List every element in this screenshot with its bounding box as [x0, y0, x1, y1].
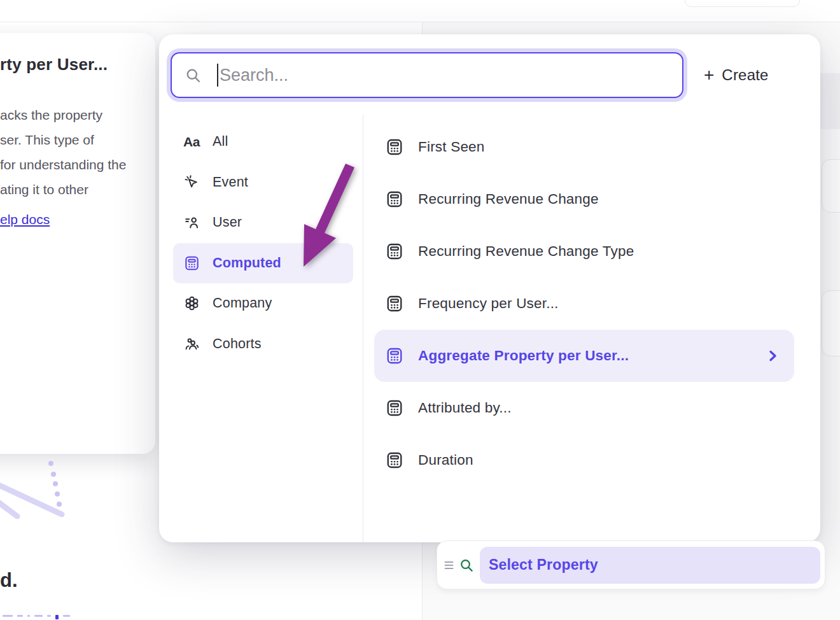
picker-column-divider [363, 115, 363, 542]
category-label: Company [213, 295, 272, 311]
tooltip-line: for understanding the [0, 152, 155, 177]
result-label: Frequency per User... [418, 295, 559, 312]
calculator-icon [386, 451, 403, 469]
calculator-icon [386, 399, 403, 417]
result-item[interactable]: Frequency per User... [374, 278, 794, 330]
search-input[interactable] [220, 53, 682, 97]
company-icon [183, 295, 200, 312]
result-item[interactable]: First Seen [374, 121, 794, 173]
calculator-icon [183, 255, 200, 271]
event-icon [183, 174, 200, 190]
toolbar-button-fragment[interactable] [685, 0, 800, 7]
result-label: Attributed by... [418, 400, 512, 416]
result-item[interactable]: Duration [374, 434, 794, 486]
result-item[interactable]: Recurring Revenue Change Type [374, 225, 794, 278]
result-item[interactable]: Attributed by... [374, 382, 794, 434]
cohorts-icon [183, 335, 200, 352]
property-selector-row: Select Property [437, 540, 825, 589]
select-property-pill[interactable]: Select Property [480, 547, 820, 584]
category-computed[interactable]: Computed [173, 243, 353, 284]
search-field[interactable] [171, 52, 683, 98]
category-company[interactable]: Company [173, 283, 353, 324]
result-label: Duration [418, 452, 473, 469]
background-card-edge [822, 159, 840, 213]
result-label: Recurring Revenue Change [418, 191, 599, 208]
empty-state-heading-fragment: d. [0, 569, 18, 592]
tooltip-line: ser. This type of [0, 127, 155, 152]
category-label: Event [213, 174, 248, 190]
category-label: All [213, 134, 228, 150]
calculator-icon [386, 138, 403, 156]
tooltip-description: acks the property ser. This type of for … [0, 102, 155, 232]
chevron-right-icon [765, 348, 780, 363]
calculator-icon [386, 295, 403, 313]
screen: rty per User... acks the property ser. T… [0, 0, 840, 620]
tooltip-title: rty per User... [0, 55, 155, 74]
calculator-icon [386, 243, 403, 260]
category-all[interactable]: AaAll [173, 122, 353, 162]
results-list: First SeenRecurring Revenue ChangeRecurr… [374, 121, 794, 486]
empty-state-illustration [0, 457, 83, 521]
select-property-label: Select Property [489, 556, 598, 574]
category-label: User [213, 215, 242, 230]
background-card-edge [822, 290, 840, 356]
create-button[interactable]: + Create [704, 61, 799, 89]
aa-icon: Aa [183, 134, 200, 150]
clipped-link-fragment [3, 615, 74, 620]
category-user[interactable]: User [173, 202, 353, 243]
tooltip-line: acks the property [0, 102, 155, 127]
result-label: Aggregate Property per User... [418, 348, 629, 364]
search-icon [185, 67, 202, 84]
property-tooltip-card: rty per User... acks the property ser. T… [0, 33, 155, 454]
category-cohorts[interactable]: Cohorts [173, 324, 353, 365]
green-magnifier-icon [459, 558, 474, 573]
category-event[interactable]: Event [173, 162, 353, 203]
plus-icon: + [704, 66, 714, 84]
tooltip-line: ating it to other [0, 177, 155, 202]
help-docs-link[interactable]: elp docs [0, 207, 50, 232]
user-icon [183, 215, 200, 231]
result-label: First Seen [418, 139, 485, 155]
text-caret [217, 64, 218, 87]
calculator-icon [386, 347, 403, 365]
property-picker-modal: + Create AaAllEventUserComputedCompanyCo… [159, 34, 820, 542]
drag-handle-icon[interactable] [444, 560, 454, 570]
result-item[interactable]: Recurring Revenue Change [374, 173, 794, 225]
calculator-icon [386, 190, 403, 208]
result-item[interactable]: Aggregate Property per User... [374, 330, 794, 382]
result-label: Recurring Revenue Change Type [418, 243, 634, 260]
category-label: Cohorts [213, 336, 262, 352]
search-focus-ring [167, 48, 687, 102]
category-label: Computed [213, 255, 281, 271]
category-list: AaAllEventUserComputedCompanyCohorts [173, 122, 353, 364]
